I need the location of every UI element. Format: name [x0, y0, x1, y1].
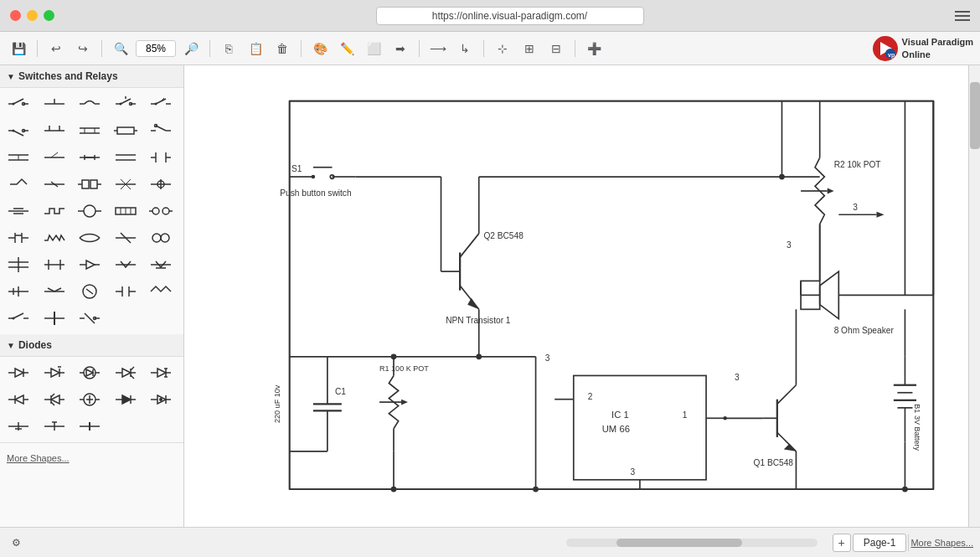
symbol-cell[interactable]	[75, 360, 105, 385]
symbol-cell[interactable]	[3, 279, 34, 304]
symbol-cell[interactable]	[3, 387, 34, 412]
symbol-cell[interactable]	[111, 279, 141, 304]
symbol-cell[interactable]	[39, 225, 70, 250]
url-field[interactable]: https://online.visual-paradigm.com/	[376, 7, 644, 25]
symbol-cell[interactable]	[75, 172, 105, 197]
zoom-out-button[interactable]: 🔍	[109, 37, 132, 60]
symbol-cell[interactable]	[111, 172, 141, 197]
vp-logo-icon: vp	[872, 35, 899, 62]
symbol-cell[interactable]	[146, 225, 176, 250]
more-shapes-bottom-link[interactable]: More Shapes...	[910, 538, 973, 548]
symbol-cell[interactable]	[3, 306, 34, 331]
page-tab[interactable]: Page-1	[853, 534, 907, 552]
symbol-cell[interactable]	[3, 118, 34, 143]
svg-text:2: 2	[588, 392, 593, 401]
symbol-cell[interactable]	[39, 172, 70, 197]
zoom-input[interactable]: 85%	[136, 40, 176, 57]
fill-button[interactable]: 🎨	[308, 37, 332, 60]
symbol-cell[interactable]	[75, 279, 105, 304]
minimize-button[interactable]	[27, 10, 38, 21]
symbol-cell[interactable]	[75, 414, 105, 439]
close-button[interactable]	[10, 10, 21, 21]
vertical-scrollbar[interactable]	[968, 65, 980, 527]
symbol-cell[interactable]	[146, 172, 176, 197]
canvas-area[interactable]: S1 Push button switch Q2 BC548 NPN Trans…	[184, 65, 980, 527]
symbol-cell[interactable]	[75, 306, 105, 331]
copy-button[interactable]: ⎘	[217, 37, 240, 60]
symbol-cell[interactable]	[3, 360, 34, 385]
more-shapes-link[interactable]: More Shapes...	[7, 453, 70, 463]
symbol-cell[interactable]	[75, 387, 105, 412]
symbol-cell[interactable]	[3, 172, 34, 197]
route-button[interactable]: ↳	[453, 37, 477, 60]
zoom-in-button[interactable]: 🔎	[179, 37, 203, 60]
redo-button[interactable]: ↪	[71, 37, 95, 60]
symbol-cell[interactable]	[111, 118, 141, 143]
shape-button[interactable]: ⬜	[362, 37, 385, 60]
symbol-cell[interactable]	[146, 118, 176, 143]
format-button[interactable]: ⊞	[518, 37, 541, 60]
vertical-scroll-thumb[interactable]	[970, 82, 980, 149]
symbol-cell[interactable]	[146, 91, 176, 116]
svg-text:R1 100 K POT: R1 100 K POT	[379, 364, 429, 373]
symbol-cell[interactable]	[75, 118, 105, 143]
symbol-cell[interactable]	[146, 252, 176, 277]
symbol-cell[interactable]	[111, 145, 141, 170]
symbol-cell[interactable]	[111, 91, 141, 116]
symbol-cell[interactable]	[39, 145, 70, 170]
delete-button[interactable]: 🗑	[271, 37, 294, 60]
symbol-cell[interactable]	[75, 225, 105, 250]
symbol-cell[interactable]	[3, 91, 34, 116]
horizontal-scrollbar[interactable]	[566, 539, 818, 547]
section-diodes-header[interactable]: ▼ Diodes	[0, 334, 183, 357]
symbol-cell[interactable]	[39, 306, 70, 331]
stroke-button[interactable]: ✏️	[335, 37, 358, 60]
symbol-cell[interactable]	[75, 91, 105, 116]
save-button[interactable]: 💾	[7, 37, 30, 60]
view-button[interactable]: ⊟	[544, 37, 568, 60]
horizontal-scroll-thumb[interactable]	[616, 539, 742, 547]
symbol-cell[interactable]	[111, 360, 141, 385]
arrow-style-button[interactable]: ⟶	[426, 37, 450, 60]
symbol-cell[interactable]	[111, 225, 141, 250]
svg-marker-124	[15, 369, 23, 377]
symbol-cell[interactable]	[75, 145, 105, 170]
maximize-button[interactable]	[44, 10, 54, 21]
symbol-cell[interactable]	[3, 199, 34, 224]
undo-button[interactable]: ↩	[44, 37, 68, 60]
menu-icon[interactable]	[955, 11, 970, 21]
symbol-cell[interactable]	[39, 252, 70, 277]
symbol-cell[interactable]	[146, 360, 176, 385]
symbol-cell[interactable]	[39, 118, 70, 143]
sep1	[37, 40, 38, 57]
symbol-cell[interactable]	[39, 199, 70, 224]
add-page-button[interactable]: +	[833, 534, 851, 552]
panel-toggle-icon[interactable]: ⚙	[7, 535, 26, 550]
symbol-cell[interactable]	[75, 252, 105, 277]
svg-marker-209	[828, 188, 834, 194]
symbol-cell[interactable]	[39, 360, 70, 385]
symbol-cell[interactable]	[111, 387, 141, 412]
symbol-cell[interactable]	[39, 387, 70, 412]
more-tools-button[interactable]: ➕	[582, 37, 606, 60]
paste-button[interactable]: 📋	[244, 37, 267, 60]
symbol-cell[interactable]	[3, 414, 34, 439]
connector-button[interactable]: ➡	[389, 37, 412, 60]
select-button[interactable]: ⊹	[491, 37, 514, 60]
symbol-cell[interactable]	[39, 279, 70, 304]
symbol-cell[interactable]	[146, 199, 176, 224]
symbol-cell[interactable]	[3, 225, 34, 250]
symbol-cell[interactable]	[146, 387, 176, 412]
symbol-cell[interactable]	[3, 252, 34, 277]
symbol-cell[interactable]	[111, 252, 141, 277]
symbol-cell[interactable]	[75, 199, 105, 224]
svg-text:220 uF 10v: 220 uF 10v	[273, 384, 281, 423]
symbol-cell[interactable]	[146, 279, 176, 304]
svg-text:3: 3	[853, 203, 858, 212]
section-switches-header[interactable]: ▼ Switches and Relays	[0, 65, 183, 88]
symbol-cell[interactable]	[39, 414, 70, 439]
symbol-cell[interactable]	[3, 145, 34, 170]
symbol-cell[interactable]	[111, 199, 141, 224]
symbol-cell[interactable]	[146, 145, 176, 170]
symbol-cell[interactable]	[39, 91, 70, 116]
